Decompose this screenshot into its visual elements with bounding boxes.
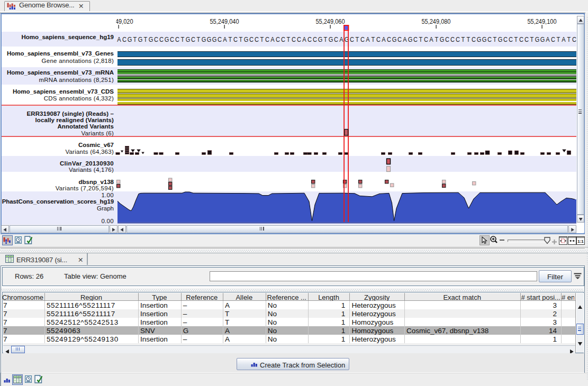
svg-text:1:1: 1:1: [577, 239, 584, 244]
